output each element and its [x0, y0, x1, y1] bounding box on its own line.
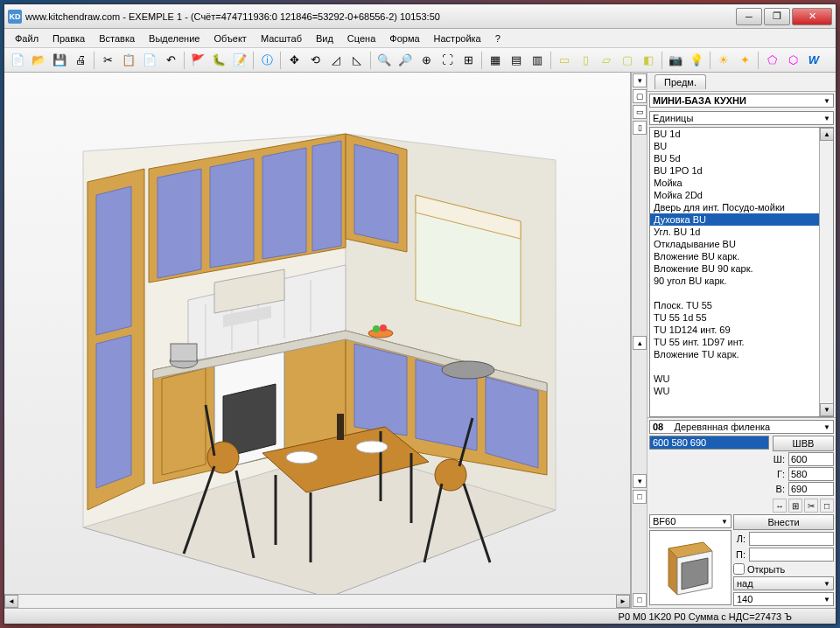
menu-selection[interactable]: Выделение	[142, 31, 206, 45]
scroll-left-icon[interactable]: ◄	[4, 595, 18, 608]
list-item[interactable]: Мойка 2Dd	[650, 189, 833, 201]
opt2-icon[interactable]: ⊞	[788, 499, 802, 513]
flag-icon[interactable]: 🚩	[188, 51, 207, 70]
horizontal-scrollbar[interactable]: ◄ ►	[4, 594, 630, 608]
list-item[interactable]: BU	[650, 140, 833, 152]
item-list[interactable]: BU 1dBUBU 5dBU 1PO 1dМойкаМойка 2DdДверь…	[649, 127, 834, 417]
catalog-combo[interactable]: МИНИ-БАЗА КУХНИ ▼	[649, 94, 834, 108]
light-icon[interactable]: 💡	[687, 51, 706, 70]
list-item[interactable]: Дверь для инт. Посудо-мойки	[650, 201, 833, 213]
list-item[interactable]: TU 55 инт. 1D97 инт.	[650, 336, 833, 348]
dim-mode-button[interactable]: ШВВ	[773, 436, 834, 451]
light1-icon[interactable]: ☀	[714, 51, 733, 70]
list-item[interactable]: WU	[650, 385, 833, 397]
3d-canvas[interactable]	[4, 73, 630, 594]
position-value-combo[interactable]: 140 ▼	[733, 592, 834, 606]
camera-icon[interactable]: 📷	[666, 51, 685, 70]
menu-form[interactable]: Форма	[382, 31, 426, 45]
poly2-icon[interactable]: ⬡	[783, 51, 802, 70]
list-item[interactable]: TU 1D124 инт. 69	[650, 324, 833, 336]
list-item[interactable]: Угл. BU 1d	[650, 226, 833, 238]
undo-icon[interactable]: ↶	[161, 51, 180, 70]
menu-scale[interactable]: Масштаб	[254, 31, 309, 45]
menu-scene[interactable]: Сцена	[340, 31, 382, 45]
open-icon[interactable]: 📂	[29, 51, 48, 70]
rotate-icon[interactable]: ⟲	[305, 51, 325, 70]
list-item[interactable]: TU 55 1d 55	[650, 311, 833, 324]
opt3-icon[interactable]: ✂	[804, 499, 818, 513]
opt1-icon[interactable]: ↔	[773, 499, 787, 513]
mode-up-icon[interactable]: ▴	[633, 336, 647, 350]
menu-settings[interactable]: Настройка	[427, 31, 488, 45]
list-item[interactable]: Вложение TU карк.	[650, 348, 833, 360]
list-item[interactable]	[650, 287, 833, 299]
list-item[interactable]: Вложение BU карк.	[650, 250, 833, 262]
open-checkbox-row[interactable]: Открыть	[733, 563, 834, 575]
mode4-icon[interactable]: ▯	[633, 121, 647, 135]
position-combo[interactable]: над ▼	[733, 576, 834, 590]
zoom-icon[interactable]: ⊕	[416, 51, 436, 70]
depth-input[interactable]	[788, 467, 834, 481]
list-item[interactable]	[650, 360, 833, 373]
scroll-track[interactable]	[18, 595, 616, 608]
list-item[interactable]: WU	[650, 373, 833, 385]
menu-help[interactable]: ?	[488, 31, 508, 45]
mirror2-icon[interactable]: ◺	[347, 51, 367, 70]
mode3-icon[interactable]: ▭	[633, 105, 647, 119]
scroll-down-icon[interactable]: ▼	[820, 403, 834, 416]
box4-icon[interactable]: ▢	[618, 51, 637, 70]
maximize-button[interactable]: ❐	[764, 8, 790, 25]
bf-combo[interactable]: BF60 ▼	[649, 514, 732, 528]
p-input[interactable]	[749, 548, 834, 562]
insert-button[interactable]: Внести	[733, 514, 834, 530]
mode2-icon[interactable]: ▢	[633, 89, 647, 103]
list-item[interactable]: BU 5d	[650, 152, 833, 164]
scroll-up-icon[interactable]: ▲	[820, 128, 834, 141]
open-checkbox[interactable]	[733, 563, 745, 575]
box2-icon[interactable]: ▯	[576, 51, 595, 70]
list-item[interactable]: BU 1d	[650, 128, 833, 140]
box3-icon[interactable]: ▱	[597, 51, 616, 70]
w-icon[interactable]: W	[804, 51, 823, 70]
list-item[interactable]: BU 1PO 1d	[650, 164, 833, 177]
mirror1-icon[interactable]: ◿	[326, 51, 346, 70]
print-icon[interactable]: 🖨	[71, 51, 90, 70]
mode1-icon[interactable]: ▾	[633, 73, 647, 87]
menu-view[interactable]: Вид	[309, 31, 340, 45]
list-item[interactable]: Вложение BU 90 карк.	[650, 262, 833, 275]
list-scrollbar[interactable]: ▲ ▼	[819, 128, 833, 416]
box1-icon[interactable]: ▭	[555, 51, 574, 70]
mode-down-icon[interactable]: ▾	[633, 474, 647, 488]
height-input[interactable]	[788, 482, 834, 496]
list-item[interactable]: Откладывание BU	[650, 238, 833, 250]
box5-icon[interactable]: ◧	[639, 51, 658, 70]
info-icon[interactable]: ⓘ	[257, 51, 276, 70]
new-icon[interactable]: 📄	[8, 51, 27, 70]
light2-icon[interactable]: ✦	[735, 51, 754, 70]
view1-icon[interactable]: ▦	[486, 51, 505, 70]
zoom-out-icon[interactable]: 🔎	[396, 51, 415, 70]
zoom-in-icon[interactable]: 🔍	[374, 51, 394, 70]
mode-sq2-icon[interactable]: □	[633, 593, 647, 607]
grid-icon[interactable]: ⊞	[458, 51, 478, 70]
view3-icon[interactable]: ▥	[528, 51, 547, 70]
fit-icon[interactable]: ⛶	[438, 51, 457, 70]
list-item[interactable]: Плоск. TU 55	[650, 299, 833, 311]
l-input[interactable]	[749, 532, 834, 546]
dim-selection[interactable]: 600 580 690	[649, 436, 769, 450]
copy-icon[interactable]: 📋	[119, 51, 138, 70]
item-desc-combo[interactable]: 08 Деревянная филенка ▼	[649, 420, 834, 434]
list-item[interactable]: Мойка	[650, 177, 833, 189]
menu-edit[interactable]: Правка	[46, 31, 92, 45]
menu-insert[interactable]: Вставка	[92, 31, 142, 45]
paste-icon[interactable]: 📄	[140, 51, 159, 70]
tab-objects[interactable]: Предм.	[654, 74, 706, 89]
scroll-right-icon[interactable]: ►	[616, 595, 630, 608]
opt4-icon[interactable]: □	[820, 499, 834, 513]
minimize-button[interactable]: ─	[736, 8, 762, 25]
mode-sq-icon[interactable]: □	[633, 490, 647, 504]
menu-object[interactable]: Объект	[206, 31, 253, 45]
list-item[interactable]: Духовка BU	[650, 213, 833, 226]
cut-icon[interactable]: ✂	[98, 51, 117, 70]
width-input[interactable]	[788, 452, 834, 466]
